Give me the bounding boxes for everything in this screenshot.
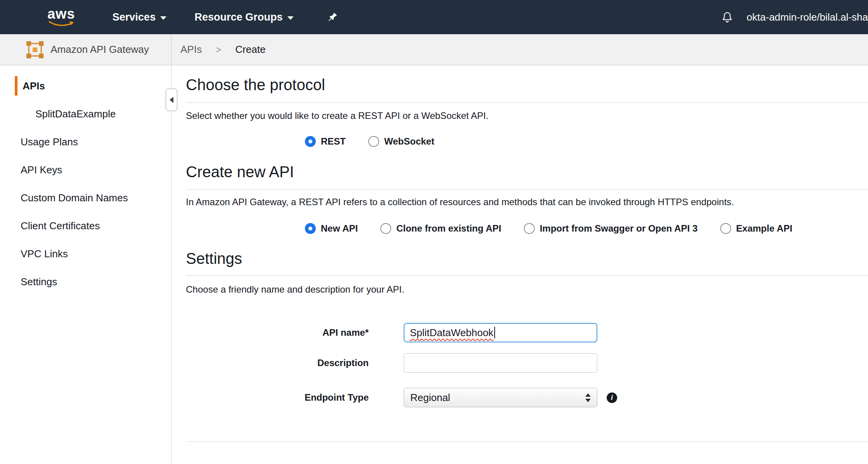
radio-button-selected-icon	[305, 223, 316, 234]
settings-form: API name* SplitDataWebhook Description E…	[186, 323, 868, 407]
api-gateway-icon	[26, 40, 44, 59]
radio-option-example-api[interactable]: Example API	[720, 223, 793, 234]
divider	[186, 189, 868, 190]
resource-groups-label: Resource Groups	[194, 11, 283, 23]
endpoint-type-select[interactable]: Regional	[404, 388, 597, 407]
main-content: Choose the protocol Select whether you w…	[172, 65, 868, 464]
breadcrumb-separator: >	[216, 44, 221, 55]
protocol-description: Select whether you would like to create …	[186, 110, 868, 121]
top-navigation: aws Services Resource Groups okta-admin-…	[0, 0, 868, 34]
divider	[186, 276, 868, 276]
radio-button-icon	[524, 223, 535, 234]
description-input[interactable]	[404, 353, 597, 373]
content-row: APIs SplitDataExample Usage Plans API Ke…	[0, 65, 868, 464]
sidebar-item-apis[interactable]: APIs	[15, 76, 171, 96]
radio-option-clone[interactable]: Clone from existing API	[380, 223, 501, 234]
divider	[186, 441, 868, 442]
sidebar-collapse-button[interactable]	[166, 89, 177, 111]
sidebar: APIs SplitDataExample Usage Plans API Ke…	[0, 65, 172, 464]
sidebar-item-settings[interactable]: Settings	[0, 272, 171, 291]
settings-description: Choose a friendly name and description f…	[186, 284, 868, 295]
description-label: Description	[186, 358, 369, 368]
radio-label: Example API	[736, 223, 793, 234]
divider	[186, 102, 868, 103]
pin-icon[interactable]	[327, 12, 338, 23]
endpoint-type-value: Regional	[410, 392, 581, 404]
section-title-protocol: Choose the protocol	[186, 76, 868, 94]
sidebar-item-usage-plans[interactable]: Usage Plans	[0, 132, 171, 152]
radio-option-import-swagger[interactable]: Import from Swagger or Open API 3	[524, 223, 698, 234]
services-menu[interactable]: Services	[112, 11, 166, 23]
endpoint-type-label: Endpoint Type	[186, 392, 369, 403]
radio-group-protocol: REST WebSocket	[305, 136, 868, 147]
text-caret	[494, 327, 495, 338]
service-name: Amazon API Gateway	[51, 44, 149, 56]
api-name-value: SplitDataWebhook	[410, 327, 494, 339]
api-name-input[interactable]: SplitDataWebhook	[404, 323, 597, 342]
aws-logo-text: aws	[47, 7, 75, 21]
sidebar-item-splitdataexample[interactable]: SplitDataExample	[0, 104, 171, 124]
radio-option-new-api[interactable]: New API	[305, 223, 358, 234]
info-icon[interactable]: i	[607, 392, 617, 403]
radio-button-icon	[720, 223, 731, 234]
services-label: Services	[112, 11, 156, 23]
endpoint-type-row: Endpoint Type Regional i	[186, 388, 868, 407]
breadcrumb-bar: Amazon API Gateway APIs > Create	[0, 34, 868, 65]
breadcrumb-current-page: Create	[235, 44, 266, 56]
resource-groups-menu[interactable]: Resource Groups	[194, 11, 294, 23]
radio-button-selected-icon	[305, 136, 316, 147]
sidebar-item-vpc-links[interactable]: VPC Links	[0, 244, 171, 263]
section-title-create-api: Create new API	[186, 163, 868, 181]
radio-button-icon	[368, 136, 379, 147]
radio-group-create-api: New API Clone from existing API Import f…	[305, 223, 868, 234]
radio-label: Import from Swagger or Open API 3	[540, 223, 698, 234]
chevron-left-icon	[170, 97, 173, 103]
service-home-link[interactable]: Amazon API Gateway	[0, 34, 172, 65]
notifications-bell-icon[interactable]	[721, 11, 733, 23]
radio-label: New API	[321, 223, 358, 234]
api-name-label: API name*	[186, 327, 369, 338]
select-arrows-icon	[581, 393, 597, 402]
account-menu[interactable]: okta-admin-role/bilal.al-sha	[747, 11, 868, 23]
radio-label: WebSocket	[384, 136, 434, 147]
radio-label: Clone from existing API	[396, 223, 501, 234]
aws-logo[interactable]: aws	[47, 7, 75, 27]
sidebar-item-custom-domain-names[interactable]: Custom Domain Names	[0, 188, 171, 208]
chevron-down-icon	[287, 16, 294, 20]
aws-smile-icon	[49, 21, 74, 27]
radio-option-rest[interactable]: REST	[305, 136, 346, 147]
sidebar-item-api-keys[interactable]: API Keys	[0, 160, 171, 180]
breadcrumb: APIs > Create	[172, 34, 266, 65]
description-row: Description	[186, 353, 868, 373]
chevron-down-icon	[160, 16, 166, 20]
radio-label: REST	[321, 136, 346, 147]
section-title-settings: Settings	[186, 250, 868, 267]
radio-button-icon	[380, 223, 391, 234]
radio-option-websocket[interactable]: WebSocket	[368, 136, 434, 147]
create-api-description: In Amazon API Gateway, a REST API refers…	[186, 197, 868, 208]
api-name-row: API name* SplitDataWebhook	[186, 323, 868, 342]
sidebar-item-client-certificates[interactable]: Client Certificates	[0, 216, 171, 235]
breadcrumb-apis-link[interactable]: APIs	[180, 44, 202, 56]
